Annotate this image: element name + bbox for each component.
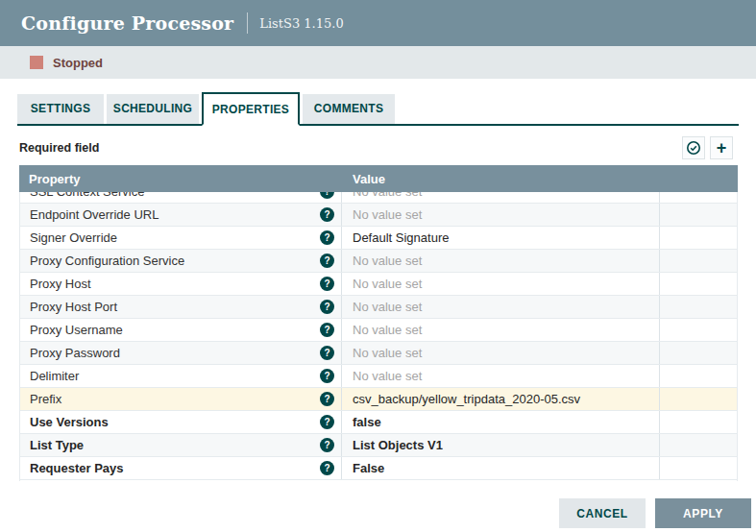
property-name: Endpoint Override URL: [30, 207, 159, 222]
help-icon[interactable]: ?: [320, 392, 334, 406]
property-row[interactable]: Endpoint Override URL?No value set: [20, 204, 737, 227]
help-icon[interactable]: ?: [320, 277, 334, 291]
tab-settings[interactable]: SETTINGS: [17, 94, 104, 124]
tab-scheduling[interactable]: SCHEDULING: [107, 94, 199, 124]
row-spacer-cell: [659, 204, 737, 226]
property-value[interactable]: No value set: [341, 192, 659, 203]
row-spacer-cell: [659, 296, 737, 318]
property-row[interactable]: List Type?List Objects V1: [20, 434, 737, 457]
plus-icon: +: [717, 139, 727, 157]
property-row[interactable]: Proxy Host Port?No value set: [20, 296, 737, 319]
property-name: Proxy Password: [30, 346, 120, 360]
row-spacer-cell: [659, 192, 737, 203]
tab-properties[interactable]: PROPERTIES: [202, 92, 300, 126]
row-spacer-cell: [659, 342, 737, 364]
row-spacer-cell: [659, 319, 737, 341]
property-value[interactable]: No value set: [341, 296, 659, 318]
row-spacer-cell: [659, 250, 737, 272]
property-value[interactable]: No value set: [341, 319, 659, 341]
row-spacer-cell: [659, 365, 737, 387]
property-name: Signer Override: [30, 230, 117, 245]
properties-toolbar: +: [682, 136, 733, 159]
property-value[interactable]: No value set: [341, 204, 659, 226]
stopped-square-icon: [30, 56, 43, 69]
help-icon[interactable]: ?: [320, 254, 334, 268]
property-row[interactable]: Prefix?csv_backup/yellow_tripdata_2020-0…: [20, 388, 737, 411]
property-name: Proxy Host Port: [30, 300, 117, 314]
property-name: Prefix: [30, 392, 61, 406]
status-label: Stopped: [53, 56, 103, 70]
table-subheader: Required field +: [19, 134, 739, 161]
property-row[interactable]: Proxy Host?No value set: [20, 273, 737, 296]
property-row[interactable]: Proxy Password?No value set: [20, 342, 737, 365]
property-name: Requester Pays: [30, 461, 124, 475]
required-field-label: Required field: [19, 141, 99, 155]
property-value[interactable]: False: [341, 457, 659, 479]
status-bar: Stopped: [0, 46, 756, 79]
property-name: Delimiter: [30, 369, 79, 383]
row-spacer-cell: [659, 411, 737, 433]
verify-properties-button[interactable]: [682, 136, 705, 159]
help-icon[interactable]: ?: [320, 415, 334, 429]
help-icon[interactable]: ?: [320, 323, 334, 337]
row-spacer-cell: [659, 457, 737, 479]
column-header-property: Property: [19, 172, 341, 186]
circle-check-icon: [686, 140, 701, 156]
table-header: Property Value: [19, 165, 738, 192]
dialog-titlebar: Configure Processor ListS3 1.15.0: [0, 0, 756, 46]
property-name: List Type: [30, 438, 84, 452]
property-name: SSL Context Service: [30, 192, 144, 199]
column-header-value: Value: [341, 172, 385, 186]
help-icon[interactable]: ?: [320, 300, 334, 314]
row-spacer-cell: [659, 273, 737, 295]
dialog-title: Configure Processor: [21, 12, 233, 34]
property-name: Proxy Configuration Service: [30, 254, 184, 268]
tab-comments[interactable]: COMMENTS: [303, 94, 395, 124]
property-value[interactable]: No value set: [341, 342, 659, 364]
table-body: SSL Context Service?No value setEndpoint…: [19, 192, 738, 481]
help-icon[interactable]: ?: [320, 230, 334, 245]
property-value[interactable]: No value set: [341, 250, 659, 272]
cancel-button[interactable]: CANCEL: [559, 498, 646, 528]
tab-bar: SETTINGSSCHEDULINGPROPERTIESCOMMENTS: [17, 92, 739, 126]
row-spacer-cell: [659, 388, 737, 410]
property-row[interactable]: Requester Pays?False: [20, 457, 737, 480]
property-name: Proxy Username: [30, 323, 123, 337]
property-value[interactable]: No value set: [341, 273, 659, 295]
help-icon[interactable]: ?: [320, 207, 334, 222]
help-icon[interactable]: ?: [320, 461, 334, 475]
property-value[interactable]: No value set: [341, 365, 659, 387]
property-value[interactable]: csv_backup/yellow_tripdata_2020-05.csv: [341, 388, 659, 410]
help-icon[interactable]: ?: [320, 438, 334, 452]
row-spacer-cell: [659, 227, 737, 249]
property-row[interactable]: Proxy Configuration Service?No value set: [20, 250, 737, 273]
property-value[interactable]: false: [341, 411, 659, 433]
processor-name-version: ListS3 1.15.0: [259, 16, 343, 31]
property-row[interactable]: Delimiter?No value set: [20, 365, 737, 388]
property-name: Proxy Host: [30, 277, 91, 291]
apply-button[interactable]: APPLY: [655, 498, 751, 528]
help-icon[interactable]: ?: [320, 346, 334, 360]
property-row[interactable]: Signer Override?Default Signature: [20, 227, 737, 250]
help-icon[interactable]: ?: [320, 369, 334, 383]
add-property-button[interactable]: +: [710, 136, 733, 159]
help-icon[interactable]: ?: [320, 192, 334, 199]
title-separator: [247, 12, 248, 34]
property-row[interactable]: Proxy Username?No value set: [20, 319, 737, 342]
property-row[interactable]: SSL Context Service?No value set: [20, 192, 737, 204]
dialog-footer: CANCEL APPLY: [559, 498, 751, 528]
property-value[interactable]: Default Signature: [341, 227, 659, 249]
property-name: Use Versions: [30, 415, 109, 429]
property-row[interactable]: Use Versions?false: [20, 411, 737, 434]
property-value[interactable]: List Objects V1: [341, 434, 659, 456]
row-spacer-cell: [659, 434, 737, 456]
